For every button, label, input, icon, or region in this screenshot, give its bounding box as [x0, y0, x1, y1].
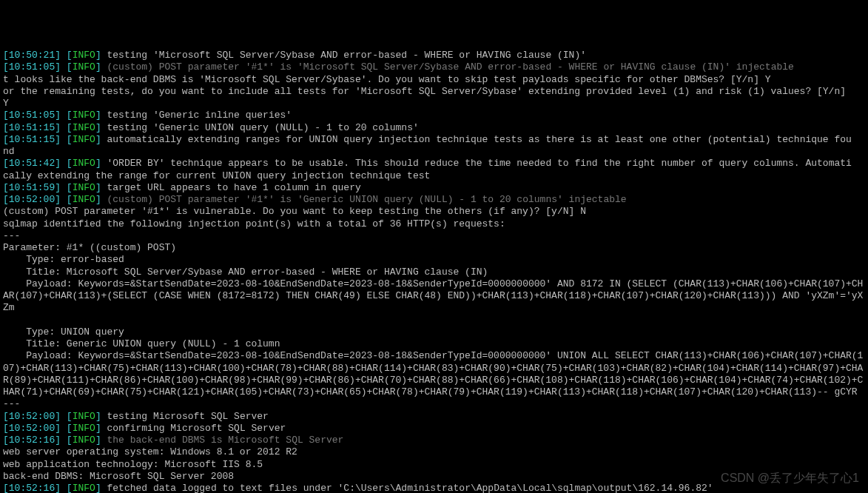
log-line: Title: Microsoft SQL Server/Sybase AND e…	[3, 266, 865, 278]
log-message: testing 'Generic UNION query (NULL) - 1 …	[107, 122, 418, 133]
log-line: Type: error-based	[3, 254, 865, 266]
log-message: testing 'Generic inline queries'	[107, 110, 292, 121]
log-line: cally extending the range for current UN…	[3, 170, 865, 182]
log-line: [10:51:05] [INFO] (custom) POST paramete…	[3, 61, 865, 73]
log-line: [10:52:16] [INFO] the back-end DBMS is M…	[3, 435, 865, 446]
log-line: nd	[3, 146, 865, 158]
log-line: [10:51:05] [INFO] testing 'Generic inlin…	[3, 110, 865, 121]
log-message: testing 'Microsoft SQL Server/Sybase AND…	[107, 50, 586, 61]
log-line: or the remaining tests, do you want to i…	[3, 86, 865, 98]
timestamp: 10:52:00	[9, 194, 55, 205]
timestamp: 10:51:15	[9, 134, 55, 145]
log-message: automatically extending ranges for UNION…	[107, 134, 851, 145]
log-line: [10:50:21] [INFO] testing 'Microsoft SQL…	[3, 50, 865, 61]
log-level: INFO	[73, 110, 95, 121]
log-level: INFO	[73, 435, 95, 446]
log-line: [10:51:59] [INFO] target URL appears to …	[3, 182, 865, 194]
log-message: 'ORDER BY' technique appears to be usabl…	[107, 158, 851, 169]
log-line: [10:52:00] [INFO] testing Microsoft SQL …	[3, 411, 865, 423]
timestamp: 10:52:16	[9, 435, 55, 446]
log-level: INFO	[73, 158, 95, 169]
timestamp: 10:51:42	[9, 158, 55, 169]
timestamp: 10:51:05	[9, 61, 55, 73]
log-line: ---	[3, 230, 865, 242]
log-level: INFO	[73, 134, 95, 145]
log-line: [10:52:00] [INFO] (custom) POST paramete…	[3, 194, 865, 206]
log-line: ---	[3, 398, 865, 410]
log-message: confirming Microsoft SQL Server	[107, 423, 286, 434]
log-line: [10:52:00] [INFO] confirming Microsoft S…	[3, 423, 865, 435]
log-level: INFO	[73, 61, 95, 73]
log-line: [10:52:16] [INFO] fetched data logged to…	[3, 483, 865, 493]
timestamp: 10:52:16	[9, 483, 55, 493]
log-level: INFO	[73, 423, 95, 434]
timestamp: 10:52:00	[9, 411, 55, 422]
log-level: INFO	[73, 50, 95, 61]
log-line: Type: UNION query	[3, 326, 865, 338]
log-line: Title: Generic UNION query (NULL) - 1 co…	[3, 338, 865, 350]
log-line: [10:51:15] [INFO] testing 'Generic UNION…	[3, 122, 865, 134]
log-message: the back-end DBMS is Microsoft SQL Serve…	[107, 435, 343, 446]
terminal-output: [10:50:21] [INFO] testing 'Microsoft SQL…	[3, 50, 865, 493]
log-line	[3, 315, 865, 326]
log-level: INFO	[73, 483, 95, 493]
timestamp: 10:50:21	[9, 50, 55, 61]
log-message: testing Microsoft SQL Server	[107, 411, 268, 422]
timestamp: 10:51:59	[9, 182, 55, 193]
log-line: web server operating system: Windows 8.1…	[3, 446, 865, 458]
log-level: INFO	[73, 194, 95, 205]
log-level: INFO	[73, 122, 95, 133]
log-message: fetched data logged to text files under …	[107, 483, 713, 493]
log-level: INFO	[73, 182, 95, 193]
log-message: target URL appears to have 1 column in q…	[107, 182, 360, 193]
log-line: Parameter: #1* ((custom) POST)	[3, 242, 865, 254]
log-message: (custom) POST parameter '#1*' is 'Micros…	[107, 61, 793, 73]
log-line: sqlmap identified the following injectio…	[3, 218, 865, 230]
log-line: Payload: Keywords=&StartSendDate=2023-08…	[3, 350, 865, 398]
log-level: INFO	[73, 411, 95, 422]
timestamp: 10:52:00	[9, 423, 55, 434]
log-line: (custom) POST parameter '#1*' is vulnera…	[3, 206, 865, 218]
log-line: web application technology: Microsoft II…	[3, 459, 865, 471]
log-line: t looks like the back-end DBMS is 'Micro…	[3, 74, 865, 86]
log-message: (custom) POST parameter '#1*' is 'Generi…	[107, 194, 626, 205]
log-line: back-end DBMS: Microsoft SQL Server 2008	[3, 471, 865, 483]
timestamp: 10:51:05	[9, 110, 55, 121]
log-line: [10:51:42] [INFO] 'ORDER BY' technique a…	[3, 158, 865, 170]
timestamp: 10:51:15	[9, 122, 55, 133]
log-line: Y	[3, 98, 865, 110]
log-line: Payload: Keywords=&StartSendDate=2023-08…	[3, 278, 865, 315]
log-line: [10:51:15] [INFO] automatically extendin…	[3, 134, 865, 146]
